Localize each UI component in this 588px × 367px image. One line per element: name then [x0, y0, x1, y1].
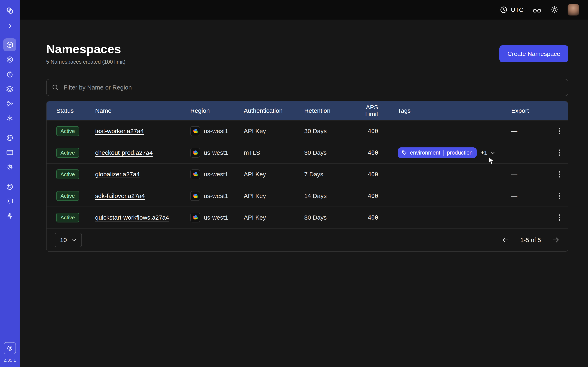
export-value: — — [506, 149, 551, 156]
auth-label: mTLS — [244, 149, 304, 156]
status-badge: Active — [56, 213, 79, 223]
gear-icon — [6, 164, 13, 171]
usage-button[interactable] — [4, 342, 16, 354]
page-title: Namespaces — [46, 42, 126, 56]
namespace-link[interactable]: test-worker.a27a4 — [95, 128, 144, 134]
kebab-icon — [559, 171, 560, 178]
kebab-icon — [559, 214, 560, 221]
namespace-link[interactable]: checkout-prod.a27a4 — [95, 149, 153, 156]
sidebar-item-nexus[interactable] — [3, 53, 16, 66]
tag-value: production — [443, 150, 473, 156]
region-label: us-west1 — [204, 214, 228, 221]
auth-label: API Key — [244, 171, 304, 178]
export-value: — — [506, 192, 551, 200]
header-authentication: Authentication — [244, 107, 304, 114]
status-badge: Active — [56, 191, 79, 201]
header-export: Export — [506, 107, 551, 114]
timezone-selector[interactable]: UTC — [500, 6, 523, 14]
retention-label: 30 Days — [304, 149, 352, 156]
sidebar-item-billing[interactable] — [3, 146, 16, 159]
search-input[interactable] — [63, 83, 563, 91]
sidebar-item-schedules[interactable] — [3, 68, 16, 81]
export-value: — — [506, 128, 551, 134]
tag-key: environment — [410, 150, 440, 156]
sidebar-collapse-button[interactable] — [3, 20, 16, 33]
sidebar-nav-main — [3, 38, 16, 125]
table-row: Active quickstart-workflows.a27a4 us-wes… — [47, 207, 568, 228]
aps-limit-value: 400 — [352, 193, 384, 200]
sidebar: 2.35.1 — [0, 0, 20, 367]
aps-limit-value: 400 — [352, 150, 384, 156]
avatar[interactable] — [568, 4, 579, 16]
usage-dollar-icon — [7, 345, 13, 352]
bullseye-icon — [6, 56, 13, 63]
timezone-label: UTC — [511, 6, 523, 13]
lifebuoy-icon — [6, 183, 13, 191]
topbar: UTC — [20, 0, 588, 20]
sidebar-item-support[interactable] — [3, 180, 16, 193]
header-name: Name — [95, 107, 190, 114]
app-root: 2.35.1 UTC Namespaces 5 — [0, 0, 588, 367]
theme-toggle[interactable] — [550, 6, 559, 14]
aps-limit-value: 400 — [352, 171, 384, 178]
main-content: Namespaces 5 Namespaces created (100 lim… — [20, 20, 588, 367]
retention-label: 14 Days — [304, 192, 352, 200]
sun-icon — [550, 6, 559, 14]
header-status: Status — [47, 107, 95, 114]
status-badge: Active — [56, 148, 79, 158]
gcp-icon — [190, 169, 200, 179]
status-badge: Active — [56, 169, 79, 179]
create-namespace-button[interactable]: Create Namespace — [499, 45, 568, 62]
page-size-value: 10 — [60, 236, 67, 243]
monitor-icon — [6, 198, 13, 205]
chevron-down-icon — [490, 150, 495, 155]
row-menu-button[interactable] — [557, 191, 562, 201]
sidebar-item-regions[interactable] — [3, 131, 16, 144]
tag-more-count[interactable]: +1 — [481, 150, 487, 156]
tags-expand-button[interactable] — [490, 150, 495, 155]
search-icon — [52, 84, 59, 91]
table-footer: 10 1-5 of 5 — [47, 228, 568, 251]
sidebar-item-deployments[interactable] — [3, 82, 16, 95]
row-menu-button[interactable] — [557, 126, 562, 136]
row-menu-button[interactable] — [557, 169, 562, 179]
namespace-link[interactable]: globalizer.a27a4 — [95, 171, 140, 178]
page-size-select[interactable]: 10 — [55, 233, 82, 247]
namespace-link[interactable]: quickstart-workflows.a27a4 — [95, 214, 169, 221]
pagination: 1-5 of 5 — [502, 236, 560, 244]
region-label: us-west1 — [204, 171, 228, 178]
tag-chip[interactable]: environment production — [398, 147, 477, 158]
sidebar-item-workflows[interactable] — [3, 97, 16, 110]
table-row: Active globalizer.a27a4 us-west1 API Key… — [47, 163, 568, 185]
table-row: Active sdk-failover.a27a4 us-west1 API K… — [47, 185, 568, 207]
namespace-link[interactable]: sdk-failover.a27a4 — [95, 192, 145, 199]
prev-page-button[interactable] — [502, 236, 510, 244]
region-label: us-west1 — [204, 128, 228, 134]
auth-label: API Key — [244, 192, 304, 200]
timer-icon — [6, 71, 13, 78]
globe-icon — [6, 134, 13, 142]
sidebar-nav-account — [3, 131, 16, 174]
row-menu-button[interactable] — [557, 148, 562, 158]
sidebar-item-settings[interactable] — [3, 161, 16, 174]
page-subtitle: 5 Namespaces created (100 limit) — [46, 59, 126, 65]
temporal-logo[interactable] — [3, 4, 16, 17]
next-page-button[interactable] — [552, 236, 560, 244]
tag-icon — [402, 150, 407, 155]
glasses-icon — [532, 6, 541, 13]
header-region: Region — [190, 107, 244, 114]
aps-limit-value: 400 — [352, 214, 384, 221]
gcp-icon — [190, 213, 200, 222]
sidebar-item-batch-operations[interactable] — [3, 112, 16, 125]
gcp-icon — [190, 148, 200, 158]
kebab-icon — [559, 150, 560, 156]
sidebar-item-namespaces[interactable] — [3, 38, 16, 51]
gcp-icon — [190, 191, 200, 201]
labs-toggle[interactable] — [532, 6, 541, 13]
sidebar-item-docs[interactable] — [3, 195, 16, 208]
sidebar-item-getting-started[interactable] — [3, 210, 16, 223]
status-badge: Active — [56, 126, 79, 136]
row-menu-button[interactable] — [557, 213, 562, 222]
asterisk-icon — [6, 115, 13, 122]
version-label: 2.35.1 — [3, 358, 16, 363]
